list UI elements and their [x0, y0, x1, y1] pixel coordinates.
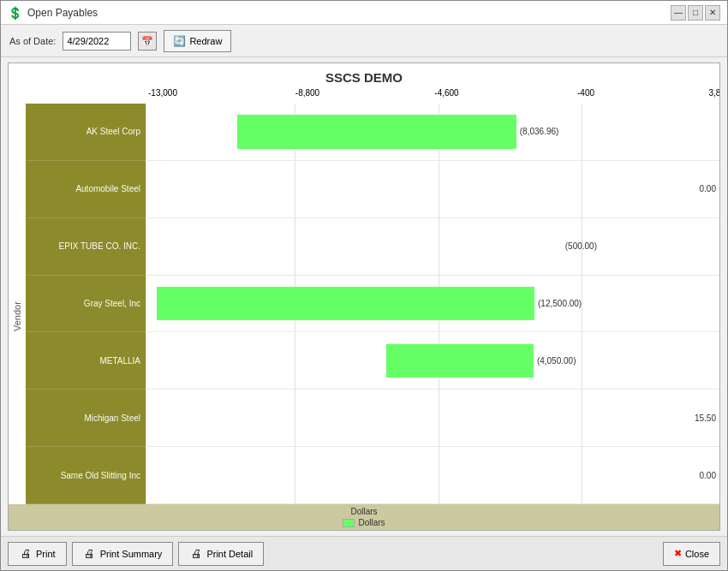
print-detail-button[interactable]: Print Detail [178, 542, 264, 566]
bar-fill [237, 115, 516, 149]
redraw-icon [173, 35, 186, 47]
as-of-date-label: As of Date: [9, 36, 56, 46]
close-label: Close [685, 549, 709, 559]
bar-row-ak-steel: (8,036.96) [146, 104, 719, 161]
bar-ak-steel: (8,036.96) [237, 115, 558, 149]
bar-row-same-old-slitting: 0.00 [146, 447, 719, 504]
redraw-label: Redraw [189, 36, 222, 46]
chart-body: Vendor AK Steel Corp Automobile Steel EP… [9, 104, 719, 504]
vendor-cell: Michigan Steel [26, 390, 146, 447]
close-icon [674, 548, 682, 559]
print-summary-button[interactable]: Print Summary [72, 542, 174, 566]
print-summary-label: Print Summary [100, 549, 163, 559]
window-icon: 💲 [8, 6, 22, 20]
legend-label1: Dollars [350, 507, 377, 516]
calendar-icon [141, 35, 153, 47]
chart-title: SSCS DEMO [9, 63, 719, 88]
legend-area: Dollars Dollars [9, 504, 719, 530]
bar-value-zero: 0.00 [700, 471, 716, 480]
vendor-cell: EPIX TUBE CO. INC. [26, 218, 146, 276]
print-button[interactable]: Print [8, 542, 67, 566]
bar-row-michigan-steel: 15.50 [146, 390, 719, 447]
vendor-column: AK Steel Corp Automobile Steel EPIX TUBE… [26, 104, 146, 504]
print-detail-icon [189, 547, 203, 561]
axis-tick-0: -13,000 [148, 88, 177, 98]
y-axis-label: Vendor [9, 104, 26, 504]
window-close-button[interactable]: ✕ [705, 5, 720, 21]
bar-value: (8,036.96) [520, 127, 559, 136]
bar-row-automobile-steel: 0.00 [146, 161, 719, 218]
print-summary-icon [83, 547, 97, 561]
title-bar: 💲 Open Payables — □ ✕ [1, 1, 727, 25]
vendor-cell: Gray Steel, Inc [26, 276, 146, 333]
print-icon [19, 547, 33, 561]
print-detail-label: Print Detail [206, 549, 253, 559]
close-button[interactable]: Close [663, 542, 720, 566]
bar-row-metallia: (4,050.00) [146, 332, 719, 390]
legend-item: Dollars Dollars [343, 507, 385, 527]
bar-value: (500.00) [565, 241, 597, 251]
vendor-cell: METALLIA [26, 332, 146, 390]
legend-color-box [343, 519, 355, 527]
axis-tick-1: -8,800 [295, 88, 319, 98]
bar-fill [386, 344, 534, 378]
bar-gray-steel: (12,500.00) [157, 287, 582, 321]
toolbar: As of Date: Redraw [1, 25, 727, 57]
date-input[interactable] [63, 32, 131, 51]
bar-value-zero: 0.00 [700, 184, 716, 193]
main-window: 💲 Open Payables — □ ✕ As of Date: Redraw… [0, 0, 728, 571]
legend-label2: Dollars [358, 518, 385, 527]
vendor-cell: Same Old Slitting Inc [26, 447, 146, 504]
axis-tick-4: 3,800 [708, 88, 720, 98]
maximize-button[interactable]: □ [688, 5, 703, 21]
vendor-cell: AK Steel Corp [26, 104, 146, 161]
bar-metallia: (4,050.00) [386, 344, 576, 378]
bar-value: (12,500.00) [538, 299, 582, 308]
bar-epix: (500.00) [562, 229, 582, 264]
window-controls: — □ ✕ [671, 5, 720, 21]
axis-labels: -13,000 -8,800 -4,600 -400 3,800 [26, 88, 719, 104]
vendor-cell: Automobile Steel [26, 161, 146, 218]
redraw-button[interactable]: Redraw [164, 30, 231, 52]
bottom-bar: Print Print Summary Print Detail Close [1, 536, 727, 570]
print-label: Print [36, 549, 56, 559]
chart-area: SSCS DEMO -13,000 -8,800 -4,600 -400 3,8… [8, 62, 720, 531]
minimize-button[interactable]: — [671, 5, 686, 21]
bar-row-gray-steel: (12,500.00) [146, 276, 719, 333]
axis-tick-2: -4,600 [434, 88, 458, 98]
bar-value: (4,050.00) [537, 356, 576, 366]
bar-value-pos: 15.50 [695, 413, 716, 423]
window-title: Open Payables [27, 7, 98, 19]
calendar-button[interactable] [138, 32, 157, 51]
bar-fill [157, 287, 534, 321]
bars-area: (8,036.96) 0.00 (500.00) [146, 104, 719, 504]
bar-row-epix: (500.00) [146, 218, 719, 276]
bottom-buttons-left: Print Print Summary Print Detail [8, 542, 264, 566]
axis-tick-3: -400 [577, 88, 594, 98]
